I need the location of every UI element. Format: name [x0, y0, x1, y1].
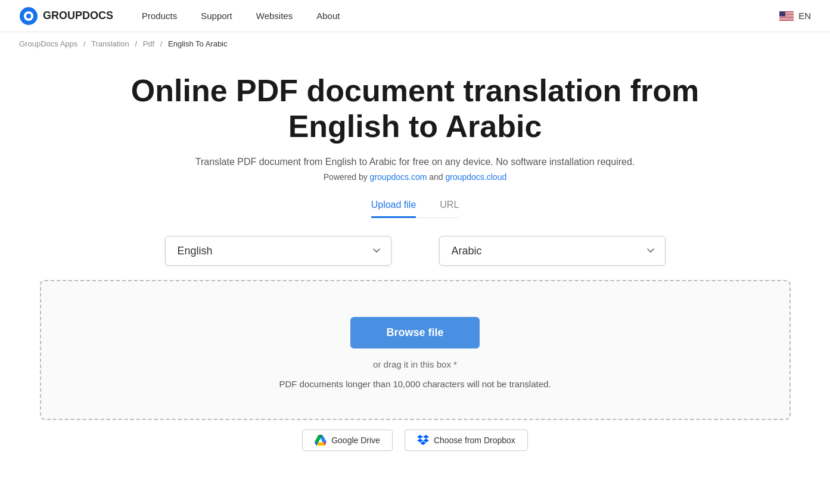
language-selector[interactable]: EN [779, 11, 811, 21]
svg-rect-8 [779, 18, 794, 18]
svg-rect-7 [779, 16, 794, 17]
breadcrumb-sep-1: / [83, 39, 86, 48]
subtitle: Translate PDF document from English to A… [12, 157, 818, 167]
breadcrumb-current: English To Arabic [168, 39, 228, 48]
nav-websites[interactable]: Websites [256, 11, 293, 21]
dropbox-icon [417, 435, 429, 446]
logo[interactable]: GROUPDOCS [19, 7, 113, 26]
logo-text: GROUPDOCS [43, 10, 113, 22]
nav-about[interactable]: About [316, 11, 340, 21]
svg-rect-10 [779, 11, 785, 17]
limit-text: PDF documents longer than 10,000 charact… [53, 379, 778, 389]
google-drive-label: Google Drive [331, 435, 380, 445]
groupdocs-com-link[interactable]: groupdocs.com [370, 172, 427, 182]
breadcrumb-pdf[interactable]: Pdf [143, 39, 155, 48]
breadcrumb-translation[interactable]: Translation [91, 39, 129, 48]
browse-file-button[interactable]: Browse file [350, 317, 479, 349]
nav-support[interactable]: Support [201, 11, 232, 21]
google-drive-icon [315, 435, 327, 446]
svg-rect-9 [779, 19, 794, 20]
powered-by-and: and [429, 172, 443, 182]
main-content: Online PDF document translation from Eng… [0, 55, 830, 487]
lang-code: EN [798, 11, 811, 21]
nav-products[interactable]: Products [142, 11, 177, 21]
dropbox-label: Choose from Dropbox [434, 435, 515, 445]
nav-links: Products Support Websites About [142, 11, 779, 21]
breadcrumb-sep-3: / [160, 39, 163, 48]
language-selectors: English Spanish French German Chinese Ja… [12, 236, 818, 266]
tab-upload-file[interactable]: Upload file [371, 200, 416, 218]
svg-point-2 [26, 14, 31, 18]
flag-icon [779, 11, 794, 21]
google-drive-button[interactable]: Google Drive [302, 430, 393, 451]
logo-icon [19, 7, 38, 26]
breadcrumb-groupdocs[interactable]: GroupDocs Apps [19, 39, 77, 48]
target-language-select[interactable]: Arabic Spanish French German Chinese Jap… [439, 236, 666, 266]
tab-url[interactable]: URL [440, 200, 459, 218]
cloud-upload-buttons: Google Drive Choose from Dropbox [12, 430, 818, 451]
groupdocs-cloud-link[interactable]: groupdocs.cloud [445, 172, 506, 182]
breadcrumb-sep-2: / [135, 39, 137, 48]
breadcrumb: GroupDocs Apps / Translation / Pdf / Eng… [0, 32, 830, 55]
page-title: Online PDF document translation from Eng… [117, 73, 713, 145]
navbar: GROUPDOCS Products Support Websites Abou… [0, 0, 830, 32]
dropbox-button[interactable]: Choose from Dropbox [405, 430, 528, 451]
file-dropzone[interactable]: Browse file or drag it in this box * PDF… [40, 280, 791, 420]
powered-by: Powered by groupdocs.com and groupdocs.c… [12, 172, 818, 182]
powered-by-prefix: Powered by [324, 172, 368, 182]
file-tabs: Upload file URL [371, 200, 459, 218]
drag-text: or drag it in this box * [53, 359, 778, 369]
source-language-select[interactable]: English Spanish French German Chinese Ja… [165, 236, 391, 266]
